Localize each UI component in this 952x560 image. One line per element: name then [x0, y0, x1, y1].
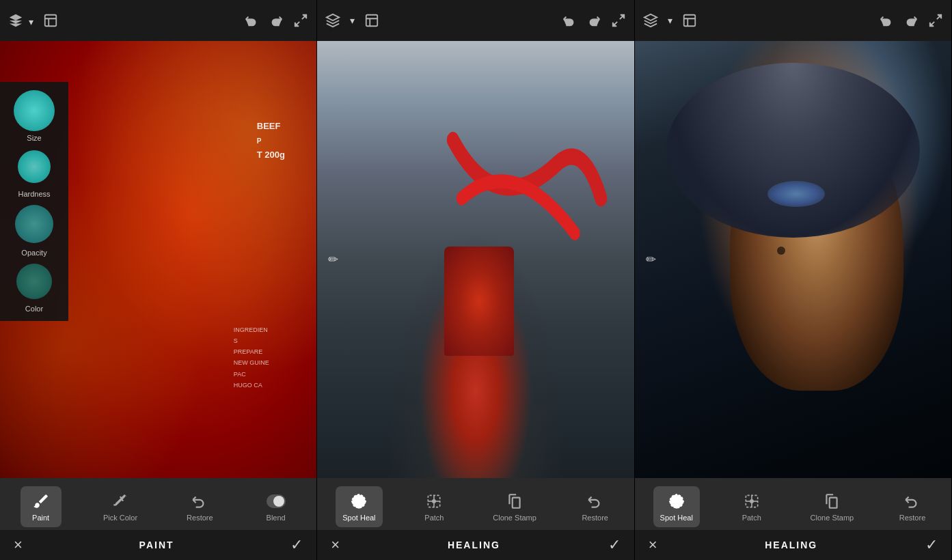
undo-icon[interactable]	[244, 13, 259, 28]
healing1-bottom-bar: Spot Heal Patch	[317, 478, 634, 560]
patch-btn-1[interactable]: Patch	[413, 486, 454, 527]
paint-cancel-button[interactable]: ×	[14, 536, 23, 554]
healing2-cancel-button[interactable]: ×	[649, 536, 657, 554]
opacity-label: Opacity	[21, 249, 46, 257]
gallery-icon-2[interactable]	[364, 13, 379, 28]
spot-heal-label-2: Spot Heal	[660, 514, 693, 522]
image-text-ingredients: INGREDIENSPREPARENEW GUINEPACHUGO CA	[234, 324, 269, 391]
opacity-brush-item: Opacity	[7, 202, 62, 257]
expand-icon[interactable]	[293, 13, 308, 28]
blend-tool-btn[interactable]: Blend	[256, 486, 297, 527]
patch-label-1: Patch	[424, 514, 444, 522]
healing2-confirm-button[interactable]: ✓	[925, 536, 938, 554]
healing1-mode-title: HEALING	[448, 540, 500, 550]
spot-heal-btn-1[interactable]: Spot Heal	[336, 486, 382, 527]
restore-icon-1	[586, 492, 605, 511]
paint-toolbar: ▾	[0, 0, 316, 41]
redo-icon[interactable]	[269, 13, 284, 28]
panel-healing-1: ▾ ✏	[317, 0, 634, 560]
svg-point-14	[674, 499, 679, 504]
opacity-circle	[15, 205, 53, 243]
clone-stamp-btn-1[interactable]: Clone Stamp	[486, 486, 543, 527]
layers-dropdown-icon-2[interactable]: ▾	[350, 15, 355, 26]
healing1-confirm-bar: × HEALING ✓	[317, 530, 634, 560]
panel-healing-2: ▾ ✏	[635, 0, 952, 560]
hardness-circle	[18, 150, 51, 183]
paint-image-area[interactable]: BEEFPT 200g INGREDIENSPREPARENEW GUINEPA…	[0, 41, 316, 478]
clone-stamp-icon-1	[505, 492, 524, 511]
redo-icon-3[interactable]	[903, 13, 919, 28]
undo-icon-2[interactable]	[562, 13, 577, 28]
layers-dropdown-icon-3[interactable]: ▾	[668, 15, 672, 26]
panel-paint: ▾ BEEFPT 200g INGREDIENSPREPARENEW	[0, 0, 317, 560]
svg-rect-12	[683, 15, 695, 27]
redo-icon-2[interactable]	[586, 13, 601, 28]
paint-tool-buttons: Paint Pick Color Restore B	[0, 478, 316, 530]
paint-confirm-button[interactable]: ✓	[290, 536, 303, 554]
paint-mode-title: PAINT	[139, 540, 174, 550]
blend-icon	[267, 492, 286, 511]
spot-heal-icon-2	[667, 492, 686, 511]
paint-confirm-bar: × PAINT ✓	[0, 530, 316, 560]
layers-icon-2[interactable]	[325, 13, 340, 28]
expand-icon-2[interactable]	[611, 13, 626, 28]
spot-heal-label-1: Spot Heal	[342, 514, 375, 522]
clone-stamp-label-2: Clone Stamp	[811, 514, 854, 522]
eyes-overlay	[767, 181, 824, 207]
paint-bottom-bar: Paint Pick Color Restore B	[0, 478, 316, 560]
healing2-confirm-bar: × HEALING ✓	[635, 530, 951, 560]
clone-stamp-label-1: Clone Stamp	[493, 514, 536, 522]
restore-tool-label: Restore	[187, 514, 213, 522]
restore-btn-1[interactable]: Restore	[575, 486, 616, 527]
layers-dropdown-icon[interactable]: ▾	[29, 16, 33, 27]
hood-overlay	[666, 63, 920, 238]
restore-label-2: Restore	[899, 514, 926, 522]
hardness-brush-item: Hardness	[7, 146, 62, 198]
color-label: Color	[25, 305, 43, 313]
pencil-overlay-3: ✏	[646, 252, 656, 267]
svg-rect-1	[366, 15, 378, 27]
layers-icon-3[interactable]	[643, 13, 658, 28]
gallery-icon[interactable]	[43, 13, 58, 28]
spot-heal-btn-2[interactable]: Spot Heal	[653, 486, 700, 527]
size-label: Size	[27, 134, 41, 142]
healing2-tool-buttons: Spot Heal Patch	[635, 478, 951, 530]
healing1-image-area[interactable]: ✏	[317, 41, 634, 478]
restore-icon	[190, 492, 209, 511]
healing2-toolbar: ▾	[635, 0, 951, 41]
patch-icon-1	[424, 492, 444, 511]
gallery-icon-3[interactable]	[682, 13, 697, 28]
pencil-overlay-2: ✏	[328, 252, 338, 267]
paint-brush-icon	[31, 492, 51, 511]
blend-toggle[interactable]	[267, 494, 286, 508]
healing1-cancel-button[interactable]: ×	[331, 536, 340, 554]
patch-label-2: Patch	[742, 514, 761, 522]
color-brush-item: Color	[7, 261, 62, 313]
clone-stamp-btn-2[interactable]: Clone Stamp	[804, 486, 861, 527]
healing2-bottom-bar: Spot Heal Patch	[635, 478, 951, 560]
svg-point-3	[357, 499, 362, 504]
svg-rect-0	[45, 15, 57, 27]
restore-tool-btn[interactable]: Restore	[179, 486, 220, 527]
paint-tool-btn[interactable]: Paint	[21, 486, 62, 527]
image-text-beef: BEEFPT 200g	[257, 120, 285, 162]
pick-color-label: Pick Color	[103, 514, 137, 522]
undo-icon-3[interactable]	[879, 13, 894, 28]
layers-icon[interactable]	[8, 13, 23, 28]
healing1-confirm-button[interactable]: ✓	[608, 536, 621, 554]
expand-icon-3[interactable]	[928, 13, 943, 28]
patch-btn-2[interactable]: Patch	[731, 486, 772, 527]
healing1-toolbar: ▾	[317, 0, 634, 41]
restore-btn-2[interactable]: Restore	[892, 486, 933, 527]
healing2-mode-title: HEALING	[765, 540, 817, 550]
clone-stamp-icon-2	[822, 492, 841, 511]
hardness-label: Hardness	[18, 190, 50, 198]
restore-label-1: Restore	[582, 514, 608, 522]
pick-color-tool-btn[interactable]: Pick Color	[96, 486, 144, 527]
pick-color-icon	[111, 492, 130, 511]
size-circle	[14, 90, 55, 131]
healing2-image-area[interactable]: ✏	[635, 41, 951, 478]
svg-point-22	[750, 500, 753, 503]
spot-heal-icon-1	[349, 492, 368, 511]
restore-icon-2	[903, 492, 922, 511]
